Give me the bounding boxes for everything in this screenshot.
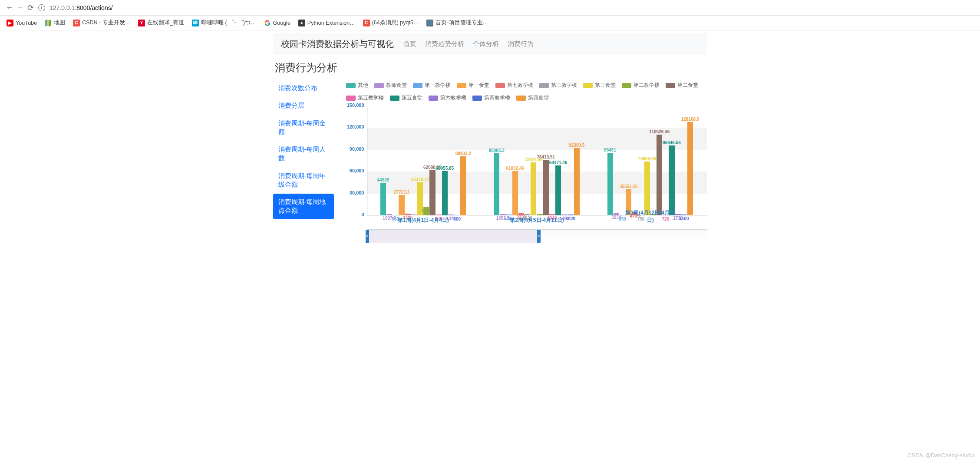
nav-link[interactable]: 消费趋势分析 (425, 40, 464, 47)
legend-item[interactable]: 教师食堂 (374, 82, 407, 89)
bar[interactable] (537, 214, 542, 215)
bookmark-item[interactable]: ●Python Extension… (296, 18, 357, 28)
bar[interactable]: 2430 (405, 214, 411, 215)
bookmark-label: 哔哩哔哩 ( ゜- ゜)つ… (201, 19, 256, 26)
chart-legend: 其他教师食堂第一教学楼第一食堂第七教学楼第三教学楼第三食堂第二教学楼第二食堂第五… (346, 80, 707, 106)
legend-item[interactable]: 第五教学楼 (346, 94, 384, 102)
legend-item[interactable]: 第四食堂 (516, 94, 549, 102)
bar[interactable]: 1470 (448, 214, 454, 215)
sidebar-item[interactable]: 消费周期-每周人数 (273, 141, 334, 167)
site-info-icon[interactable]: i (38, 4, 45, 11)
legend-item[interactable]: 第一教学楼 (413, 82, 451, 89)
bookmark-item[interactable]: 哔哔哩哔哩 ( ゜- ゜)つ… (190, 18, 258, 28)
bar[interactable]: 128168.9 (687, 122, 693, 215)
legend-item[interactable]: 第四教学楼 (472, 94, 510, 102)
bar[interactable]: 1300 (506, 214, 512, 215)
bar[interactable]: 1420 (568, 214, 573, 215)
nav-forward-button[interactable]: → (15, 2, 25, 13)
bar-label: 76413.51 (537, 155, 555, 159)
legend-swatch (539, 83, 549, 88)
bar[interactable]: 85451 (607, 153, 613, 215)
x-label: 第1周(4月1日-4月4日) (398, 217, 449, 224)
bar-label: 45379.37 (411, 177, 429, 182)
legend-item[interactable]: 第一食堂 (457, 82, 489, 89)
bookmark-item[interactable]: ▶YouTube (4, 18, 39, 28)
bar-label: 92390.5 (569, 143, 584, 148)
legend-swatch (666, 83, 675, 88)
legend-item[interactable]: 第三食堂 (583, 82, 616, 89)
favicon: 哔 (192, 20, 199, 26)
legend-label: 第一教学楼 (425, 82, 451, 89)
bar[interactable]: 1952.5 (500, 214, 505, 215)
legend-item[interactable]: 第七教学楼 (495, 82, 533, 89)
bar[interactable]: 44539 (380, 183, 386, 215)
chart-area: 其他教师食堂第一教学楼第一食堂第七教学楼第三教学楼第三食堂第二教学楼第二食堂第五… (346, 80, 707, 243)
zoom-handle-left[interactable]: ≡ (366, 230, 369, 243)
nav-link[interactable]: 个体分析 (473, 40, 499, 47)
bookmark-item[interactable]: CCSDN - 专业开发… (71, 18, 132, 28)
bar[interactable]: 1490 (561, 214, 567, 216)
sidebar-item[interactable]: 消费周期-每周年级金额 (273, 168, 334, 193)
page-title: 消费行为分析 (275, 61, 707, 75)
bar[interactable]: 800 (454, 215, 460, 215)
sidebar-item[interactable]: 消费分层 (273, 97, 334, 114)
bookmark-item[interactable]: 🌐首页-项目管理专业… (424, 18, 490, 28)
nav-reload-button[interactable]: ⟳ (25, 2, 36, 13)
favicon: C (363, 20, 370, 26)
zoom-handle-right[interactable]: ≡ (537, 230, 541, 243)
legend-item[interactable]: 第三教学楼 (539, 82, 577, 89)
bar[interactable]: 27723.3 (399, 195, 404, 215)
bookmark-item[interactable]: Y在线翻译_有道 (136, 18, 186, 28)
zoom-slider[interactable]: ≡ ≡ (367, 229, 707, 243)
legend-swatch (472, 96, 482, 101)
bar-group: 85005.31952.5130061002.463230202072924.4… (480, 106, 594, 215)
legend-swatch (622, 83, 631, 88)
nav-link[interactable]: 首页 (403, 40, 416, 47)
legend-item[interactable]: 其他 (346, 82, 368, 89)
bookmark-item[interactable]: C(64条消息) pyqt5… (361, 18, 421, 28)
bar[interactable]: 72924.49 (531, 162, 536, 216)
bar-label: 61002.46 (506, 166, 524, 171)
bar[interactable]: 73866.96 (644, 162, 650, 215)
sidebar-item[interactable]: 消费次数分布 (273, 80, 334, 96)
bar[interactable]: 92390.5 (574, 148, 580, 215)
page-header: 校园卡消费数据分析与可视化 首页消费趋势分析个体分析消费行为 (273, 33, 707, 55)
sidebar-item[interactable]: 消费周期-每周金额 (273, 115, 334, 141)
bar[interactable]: 2020 (525, 214, 530, 215)
bar[interactable]: 1907.5 (386, 214, 392, 215)
bar[interactable]: 62008.09 (429, 170, 435, 215)
bar[interactable]: 3234 (614, 213, 619, 215)
bar[interactable]: 68471.46 (555, 165, 561, 215)
y-tick: 30,000 (350, 190, 364, 195)
favicon: C (73, 20, 80, 26)
chart-plot[interactable]: 030,00060,00090,000120,000150,000 445391… (367, 106, 707, 228)
nav-link[interactable]: 消费行为 (508, 40, 534, 47)
bar[interactable]: 60955.85 (442, 171, 448, 215)
bar[interactable]: 3230 (518, 213, 524, 215)
y-tick: 150,000 (347, 102, 364, 108)
bar[interactable]: 80933.2 (460, 156, 466, 215)
bar-label: 60955.85 (436, 166, 454, 171)
legend-swatch (374, 83, 384, 88)
legend-item[interactable]: 第五食堂 (390, 94, 422, 102)
legend-item[interactable]: 第二食堂 (666, 82, 698, 89)
sidebar-item[interactable]: 消费周期-每周地点金额 (273, 194, 334, 219)
bar[interactable]: 76413.51 (543, 160, 549, 215)
bar[interactable]: 110526.46 (657, 135, 662, 215)
bar[interactable]: 550 (393, 215, 398, 215)
bar[interactable] (411, 214, 417, 215)
bookmark-item[interactable]: 地图 (43, 18, 67, 28)
browser-toolbar: ← → ⟳ i 127.0.0.1:8000/actions/ (0, 0, 980, 16)
address-bar[interactable]: 127.0.0.1:8000/actions/ (49, 4, 113, 11)
bar[interactable]: 1100 (681, 214, 687, 215)
bookmark-item[interactable]: Google (262, 18, 293, 28)
bar[interactable]: 1910 (549, 214, 555, 215)
legend-item[interactable]: 第六教学楼 (429, 94, 466, 102)
bar[interactable]: 61002.46 (512, 171, 518, 215)
bar[interactable]: 85005.3 (494, 153, 499, 215)
bar[interactable]: 1202 (423, 207, 429, 215)
nav-back-button[interactable]: ← (4, 2, 15, 13)
legend-item[interactable]: 第二教学楼 (622, 82, 660, 89)
bar[interactable]: 930 (436, 214, 442, 215)
bar[interactable]: 95646.56 (669, 145, 674, 215)
